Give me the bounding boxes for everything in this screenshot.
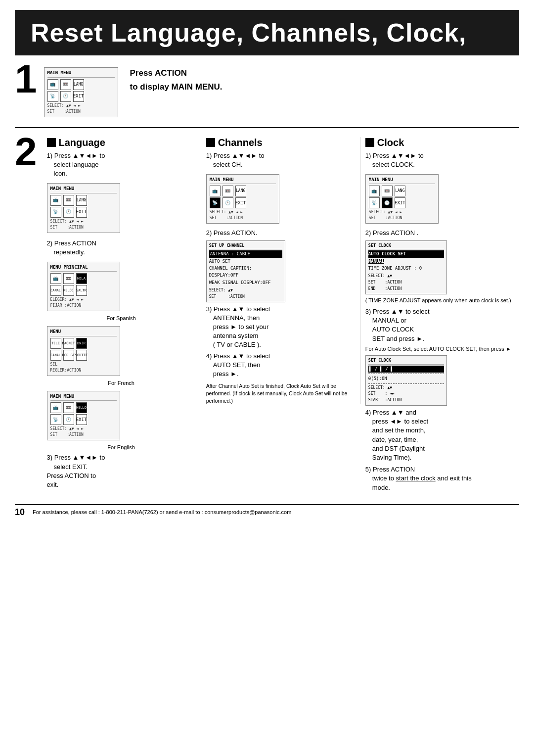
three-columns: Language 1) Press ▲▼◄► to select languag… <box>42 137 520 494</box>
language-column: Language 1) Press ▲▼◄► to select languag… <box>42 137 201 492</box>
step2-row: 2 Language 1) Press ▲▼◄► to select langu… <box>15 137 519 494</box>
clk-step3: 3) Press ▲▼ to select MANUAL or AUTO CLO… <box>365 307 514 343</box>
page-number: 10 <box>15 507 25 518</box>
step2-number: 2 <box>15 132 37 172</box>
footer-text: For assistance, please call : 1-800-211-… <box>33 509 291 515</box>
step1-menu-image: MAIN MENU 📺 📼 LANG 📡 🕐 EXIT SELECT: ▲▼ ◄… <box>44 64 118 120</box>
ch-step1: 1) Press ▲▼◄► to select CH. <box>206 151 355 169</box>
step1-instruction1: Press ACTION <box>130 68 222 78</box>
page-title: Reset Language, Channels, Clock, <box>31 18 467 47</box>
ch-step4: 4) Press ▲▼ to select AUTO SET, then pre… <box>206 352 355 379</box>
ch-note: After Channel Auto Set is finished, Cloc… <box>206 382 355 404</box>
step1-instructions: Press ACTION to display MAIN MENU. <box>130 64 222 92</box>
clk-step1: 1) Press ▲▼◄► to select CLOCK. <box>365 151 514 169</box>
page-wrapper: Reset Language, Channels, Clock, 1 MAIN … <box>0 0 534 756</box>
ch-setup-menu: SET UP CHANNEL ANTENNA : CABLE AUTO SET … <box>206 240 285 302</box>
lang-french-menu: MENU TELE MAGNET BNJR CANAL HORLGE SORTT… <box>47 326 120 376</box>
clk-main-menu: MAIN MENU 📺 📼 LANG 📡 🕐 EXIT SELECT: ▲▼ ◄… <box>365 174 439 224</box>
channels-title-square <box>206 138 215 147</box>
clk-step4: 4) Press ▲▼ and press ◄► to select and s… <box>365 408 514 462</box>
lang-step1: 1) Press ▲▼◄► to select language icon. <box>47 151 196 179</box>
lang-step2: 2) Press ACTION repeatedly. <box>47 239 196 257</box>
ch-step3: 3) Press ▲▼ to select ANTENNA, then pres… <box>206 305 355 350</box>
english-caption: For English <box>47 444 196 450</box>
clk-setup-menu: SET CLOCK AUTO CLOCK SET MANUAL TIME ZON… <box>365 240 447 294</box>
clk-step2: 2) Press ACTION . <box>365 229 514 237</box>
channels-title: Channels <box>206 137 355 148</box>
lang-step3: 3) Press ▲▼◄► to select EXIT. Press ACTI… <box>47 453 196 489</box>
clock-column: Clock 1) Press ▲▼◄► to select CLOCK. MAI… <box>360 137 519 494</box>
lang-english-menu: MAIN MENU 📺 📼 HELLO 📡 🕐 EXIT SELECT: ▲▼ … <box>47 391 120 441</box>
title-banner: Reset Language, Channels, Clock, <box>15 10 519 55</box>
clk-auto-note: For Auto Clock Set, select AUTO CLOCK SE… <box>365 345 514 353</box>
language-title: Language <box>47 137 196 148</box>
channels-column: Channels 1) Press ▲▼◄► to select CH. MAI… <box>201 137 360 405</box>
step1-number: 1 <box>15 59 37 99</box>
clock-title: Clock <box>365 137 514 148</box>
clk-set-clock-box: SET CLOCK ▌ / ▌ / ▌ 0(5):0N SELECT: ▲▼ S… <box>365 355 447 406</box>
lang-main-menu-1: MAIN MENU 📺 📼 LANG 📡 🕐 EXIT SELECT: ▲▼ ◄… <box>47 183 120 233</box>
ch-main-menu: MAIN MENU 📺 📼 LANG 📡 🕐 EXIT SELECT: ▲▼ ◄… <box>206 174 279 224</box>
spanish-caption: For Spanish <box>47 315 196 321</box>
french-caption: For French <box>47 380 196 386</box>
step1-instruction2: to display MAIN MENU. <box>130 82 222 92</box>
clk-step5: 5) Press ACTION twice to start the clock… <box>365 465 514 492</box>
step1-row: 1 MAIN MENU 📺 📼 LANG 📡 🕐 EXIT SELECT: ▲▼… <box>15 64 519 128</box>
ch-step2: 2) Press ACTION. <box>206 229 355 237</box>
footer: 10 For assistance, please call : 1-800-2… <box>15 504 519 518</box>
language-title-square <box>47 138 56 147</box>
lang-spanish-menu: MENU PRINCIPAL 📺 📼 HDLA CANAL RELOJ SALT… <box>47 262 120 312</box>
clock-title-square <box>365 138 374 147</box>
clk-timezone-note: ( TIME ZONE ADJUST appears only when aut… <box>365 297 514 304</box>
